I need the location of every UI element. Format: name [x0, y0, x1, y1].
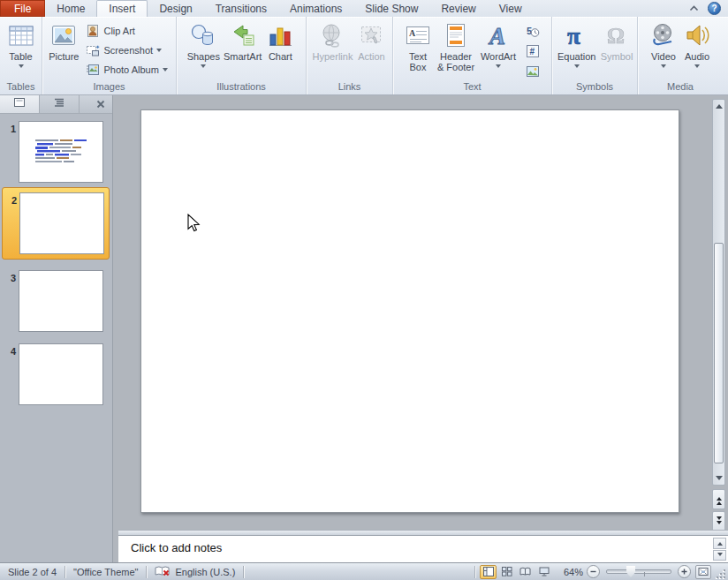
workspace: 1 2 3: [0, 95, 728, 562]
images-small-buttons: Clip Art Screenshot Photo Album: [80, 19, 171, 79]
tab-slide-show[interactable]: Slide Show: [353, 0, 429, 17]
chevron-down-icon: [661, 64, 666, 71]
slide-thumbnail-row-1[interactable]: 1: [3, 121, 110, 183]
slide-number: 2: [4, 192, 19, 206]
shapes-button[interactable]: Shapes: [186, 19, 222, 79]
slide-show-view-button[interactable]: [535, 565, 552, 579]
slide-1-thumbnail[interactable]: [19, 121, 103, 183]
notes-pane[interactable]: Click to add notes: [118, 536, 728, 562]
audio-icon: [683, 21, 711, 49]
zoom-in-button[interactable]: [678, 565, 691, 578]
next-slide-button[interactable]: [712, 511, 725, 531]
slide-canvas[interactable]: [140, 109, 679, 513]
tab-outline[interactable]: [40, 95, 80, 113]
slide-indicator[interactable]: Slide 2 of 4: [0, 563, 64, 580]
photo-album-button[interactable]: Photo Album: [82, 61, 171, 79]
text-box-label: TextBox: [409, 51, 427, 72]
audio-button[interactable]: Audio: [680, 19, 714, 79]
normal-view-button[interactable]: [480, 565, 497, 579]
zoom-out-button[interactable]: [587, 565, 600, 578]
text-box-button[interactable]: A TextBox: [401, 19, 435, 79]
resize-grip[interactable]: [716, 569, 726, 579]
triangle-up-icon: [716, 101, 723, 109]
tab-slides[interactable]: [0, 95, 40, 113]
screenshot-button[interactable]: Screenshot: [82, 41, 171, 59]
notes-placeholder[interactable]: Click to add notes: [118, 536, 728, 554]
wordart-button[interactable]: A WordArt: [477, 19, 519, 79]
shapes-icon: [189, 21, 217, 49]
chart-button[interactable]: Chart: [263, 19, 297, 79]
close-slides-panel-button[interactable]: [89, 95, 112, 113]
zoom-slider-track[interactable]: [606, 569, 671, 574]
language-indicator[interactable]: English (U.S.): [147, 563, 243, 580]
video-button[interactable]: Video: [647, 19, 680, 79]
scrollbar-thumb[interactable]: [714, 243, 724, 463]
tab-animations[interactable]: Animations: [278, 0, 353, 17]
header-footer-button[interactable]: Header& Footer: [435, 19, 477, 79]
group-label-symbols: Symbols: [552, 81, 637, 94]
slide-thumbnail-row-4[interactable]: 4: [3, 343, 110, 405]
tab-view[interactable]: View: [488, 0, 534, 17]
action-icon: [357, 21, 385, 49]
tab-file[interactable]: File: [0, 0, 45, 17]
notes-scroll-down-button[interactable]: [713, 550, 726, 561]
slide-thumbnail-row-3[interactable]: 3: [3, 270, 110, 332]
notes-scrollbar: [713, 538, 726, 561]
reading-view-button[interactable]: [517, 565, 534, 579]
slide-4-thumbnail[interactable]: [19, 343, 103, 405]
notes-scroll-up-button[interactable]: [713, 538, 726, 549]
ribbon-group-symbols: π Equation Ω Symbol Symbols: [552, 17, 638, 94]
zoom-slider-tick: [644, 572, 645, 576]
group-label-images: Images: [42, 81, 176, 94]
text-tiny-buttons: 5 #: [519, 19, 543, 79]
tab-home[interactable]: Home: [45, 0, 96, 17]
equation-button[interactable]: π Equation: [555, 19, 599, 79]
date-time-button[interactable]: 5: [524, 23, 542, 39]
smartart-button[interactable]: SmartArt: [222, 19, 263, 79]
tab-review[interactable]: Review: [429, 0, 487, 17]
picture-icon: [49, 21, 78, 49]
object-icon: [526, 64, 540, 79]
tab-design[interactable]: Design: [148, 0, 203, 17]
minimize-ribbon-icon[interactable]: [689, 5, 699, 11]
chevron-down-icon: [694, 64, 700, 71]
svg-text:Ω: Ω: [607, 24, 625, 48]
slide-number-button[interactable]: #: [524, 43, 542, 59]
theme-indicator[interactable]: "Office Theme": [65, 563, 146, 580]
triangle-up-icon: [717, 539, 723, 546]
slide-2-thumbnail[interactable]: [19, 192, 104, 254]
slide-sorter-icon: [502, 567, 512, 576]
slide-sorter-view-button[interactable]: [498, 565, 515, 579]
outline-tab-icon: [53, 96, 65, 112]
date-time-icon: 5: [526, 24, 540, 38]
tab-transitions[interactable]: Transitions: [204, 0, 278, 17]
mouse-cursor: [187, 214, 201, 233]
slide-thumbnail-row-2-selected[interactable]: 2: [2, 187, 110, 260]
zoom-slider-thumb[interactable]: [626, 566, 635, 577]
zoom-level[interactable]: 64%: [558, 567, 583, 577]
scroll-down-button[interactable]: [713, 472, 724, 485]
picture-button[interactable]: Picture: [47, 19, 80, 79]
slides-panel: 1 2 3: [0, 95, 113, 562]
group-label-links: Links: [307, 81, 392, 94]
vertical-scrollbar[interactable]: [712, 99, 725, 486]
previous-slide-button[interactable]: [712, 489, 725, 509]
theme-name: "Office Theme": [73, 567, 138, 577]
notes-splitter[interactable]: [118, 530, 728, 536]
minus-icon: [590, 569, 596, 575]
tab-insert[interactable]: Insert: [96, 0, 148, 17]
table-button[interactable]: Table: [4, 19, 38, 79]
triangle-down-icon: [717, 553, 723, 559]
symbol-button: Ω Symbol: [599, 19, 635, 79]
clip-art-button[interactable]: Clip Art: [82, 22, 171, 40]
slide-3-thumbnail[interactable]: [19, 270, 103, 332]
action-button: Action: [354, 19, 388, 79]
fit-slide-to-window-button[interactable]: [695, 565, 711, 579]
clip-art-label: Clip Art: [103, 26, 134, 36]
insert-object-button[interactable]: [524, 64, 542, 79]
slide-indicator-text: Slide 2 of 4: [8, 567, 57, 577]
slide-navigation-buttons: [712, 489, 725, 531]
tabrow-right-controls: ?: [689, 0, 728, 17]
scroll-up-button[interactable]: [713, 100, 724, 112]
help-icon[interactable]: ?: [708, 2, 721, 15]
